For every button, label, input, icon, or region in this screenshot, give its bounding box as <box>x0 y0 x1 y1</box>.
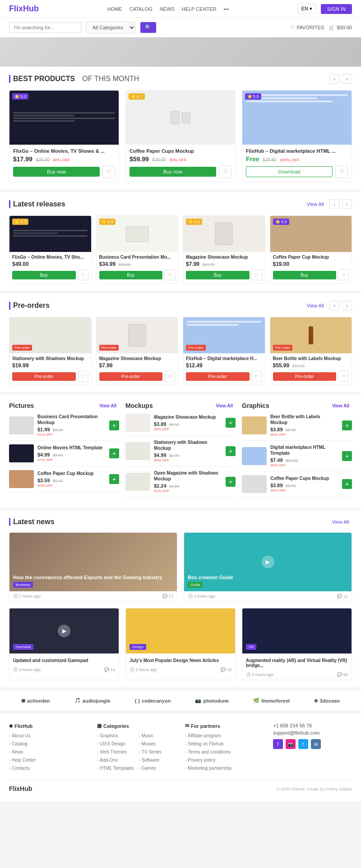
instagram-icon[interactable]: 📷 <box>286 739 296 749</box>
preorder-buy-1[interactable]: Pre-order <box>12 372 76 381</box>
audiojungle-icon: 🎵 <box>74 698 81 704</box>
po-next-arrow[interactable]: › <box>342 301 352 311</box>
preorder-buy-3[interactable]: Pre-order <box>186 372 250 381</box>
download-button-3[interactable]: Download <box>246 166 333 177</box>
preorder-wish-4[interactable]: ♡ <box>338 371 349 382</box>
buy-button-2[interactable]: Buy now <box>130 167 216 177</box>
footer-cat-addons[interactable]: Add-Ons <box>97 758 118 763</box>
cart-icon: 🛒 <box>329 25 335 31</box>
graphics-add-2[interactable]: + <box>342 451 352 461</box>
release-wish-1[interactable]: ♡ <box>78 270 88 280</box>
cart-link[interactable]: 🛒 $00.00 <box>329 25 352 31</box>
favorites-link[interactable]: ♡ FAVORITES <box>290 25 324 31</box>
release-buy-3[interactable]: Buy <box>186 271 250 279</box>
footer-cat-tv[interactable]: TV Series <box>139 749 162 754</box>
footer-cat-col2: Music Movies TV Series Software Games <box>139 732 176 773</box>
release-buy-4[interactable]: Buy <box>273 271 337 279</box>
search-button[interactable]: 🔍 <box>140 22 156 33</box>
graphics-view-all[interactable]: View All <box>332 403 349 408</box>
lr-next-arrow[interactable]: › <box>342 199 352 209</box>
news-title-2: Box creation Guide <box>188 574 348 580</box>
mockups-add-1[interactable]: + <box>226 418 236 428</box>
release-card-2: ⭐ 4.3 Business Card Presentation Mo... $… <box>96 215 179 283</box>
product-actions-3: Download ♡ <box>246 165 348 178</box>
release-info-1: FlixGo – Online Movies, TV Sho... $49.00… <box>9 252 91 283</box>
footer-cat-movies[interactable]: Movies <box>139 741 156 746</box>
release-wish-3[interactable]: ♡ <box>251 270 262 280</box>
twitter-icon[interactable]: t <box>298 739 308 749</box>
news-comments-5: 💬 56 <box>337 672 348 677</box>
pictures-add-2[interactable]: + <box>109 448 119 458</box>
wishlist-button-3[interactable]: ♡ <box>335 165 348 178</box>
footer-link-contacts[interactable]: Contacts <box>9 766 30 771</box>
buy-button-1[interactable]: Buy now <box>13 167 100 177</box>
preorder-buy-2[interactable]: Pre-order <box>99 372 163 381</box>
po-prev-arrow[interactable]: ‹ <box>329 301 339 311</box>
codecanyon-icon: { } <box>135 698 140 704</box>
pictures-add-1[interactable]: + <box>109 420 119 430</box>
facebook-icon[interactable]: f <box>273 739 283 749</box>
category-select[interactable]: All Categories <box>86 22 136 33</box>
preorder-card-4: Pre-order Beer Bottle with Labels Mockup… <box>270 317 352 385</box>
prev-arrow[interactable]: ‹ <box>329 74 339 84</box>
footer-link-terms[interactable]: Terms and conditions <box>185 749 231 754</box>
news-view-all[interactable]: View All <box>332 519 349 525</box>
news-tag-2: Guide <box>188 582 203 588</box>
footer-link-privacy[interactable]: Privacy policy <box>185 758 215 763</box>
footer-link-affiliate[interactable]: Affiliate program <box>185 733 221 738</box>
footer-link-news[interactable]: News <box>9 749 23 754</box>
nav-help[interactable]: HELP CENTER <box>182 6 217 12</box>
latest-releases-view-all[interactable]: View All <box>307 201 324 207</box>
footer-cat-html[interactable]: HTML Templates <box>97 766 134 771</box>
pictures-add-3[interactable]: + <box>109 474 119 484</box>
release-buy-2[interactable]: Buy <box>99 271 163 279</box>
graphics-add-3[interactable]: + <box>342 479 352 489</box>
release-wish-2[interactable]: ♡ <box>164 270 175 280</box>
footer-link-about[interactable]: About Us <box>9 733 30 738</box>
preorder-wish-3[interactable]: ♡ <box>251 371 262 382</box>
lr-prev-arrow[interactable]: ‹ <box>329 199 339 209</box>
product-image-3: ⭐ 5.0 <box>242 91 352 145</box>
preorder-wish-1[interactable]: ♡ <box>78 371 88 382</box>
mockups-view-all[interactable]: View All <box>216 403 233 408</box>
pictures-info-3: Coffee Paper Cup Mockup $3.59 $5.49 40% … <box>37 471 106 488</box>
partner-audiojungle: 🎵 audiojungle <box>74 698 111 704</box>
wishlist-button-1[interactable]: ♡ <box>102 165 115 178</box>
footer-cat-ui[interactable]: UI/UI Design <box>97 741 125 746</box>
release-buy-1[interactable]: Buy <box>12 271 76 279</box>
mockups-add-3[interactable]: + <box>226 477 236 487</box>
preorders-grid: Pre-order Stationery with Shadows Mockup… <box>9 317 352 385</box>
graphics-add-1[interactable]: + <box>342 420 352 430</box>
signin-button[interactable]: SIGN IN <box>321 4 352 14</box>
logo-text: Flix <box>9 4 23 13</box>
search-input[interactable] <box>9 22 81 33</box>
pictures-view-all[interactable]: View All <box>99 403 116 408</box>
footer-cat-software[interactable]: Software <box>139 758 160 763</box>
nav-home[interactable]: HOME <box>107 6 122 12</box>
wishlist-button-2[interactable]: ♡ <box>219 165 231 178</box>
mockups-add-2[interactable]: + <box>226 446 236 456</box>
preorder-image-4: Pre-order <box>270 317 352 353</box>
footer-link-catalog[interactable]: Catalog <box>9 741 28 746</box>
nav-catalog[interactable]: CATALOG <box>130 6 153 12</box>
partner-themeforest: 🌿 themeforest <box>253 698 290 704</box>
preorder-wish-2[interactable]: ♡ <box>164 371 175 382</box>
footer-cat-web[interactable]: Web Themes <box>97 749 126 754</box>
footer-link-selling[interactable]: Selling on Flixhub <box>185 741 223 746</box>
footer-cat-music[interactable]: Music <box>139 733 153 738</box>
preorders-view-all[interactable]: View All <box>307 303 324 308</box>
news-time-1: 🕐 2 hours ago <box>13 594 41 598</box>
release-image-1: ⭐ 4.3 <box>9 216 91 252</box>
vk-icon[interactable]: vk <box>311 739 321 749</box>
nav-news[interactable]: NEWS <box>160 6 175 12</box>
footer-cat-graphics[interactable]: Graphics <box>97 733 118 738</box>
release-wish-4[interactable]: ♡ <box>338 270 349 280</box>
next-arrow[interactable]: › <box>342 74 352 84</box>
footer-cat-games[interactable]: Games <box>139 766 157 771</box>
footer-link-help[interactable]: Help Center <box>9 758 36 763</box>
preorder-buy-4[interactable]: Pre-order <box>273 372 337 381</box>
nav-more[interactable]: ••• <box>223 6 229 12</box>
pictures-item-1: Business Card Presentation Mockup $1.99 … <box>9 414 119 441</box>
footer-link-marketing[interactable]: Marketing partnership <box>185 766 231 771</box>
language-button[interactable]: EN ▾ <box>297 4 316 14</box>
